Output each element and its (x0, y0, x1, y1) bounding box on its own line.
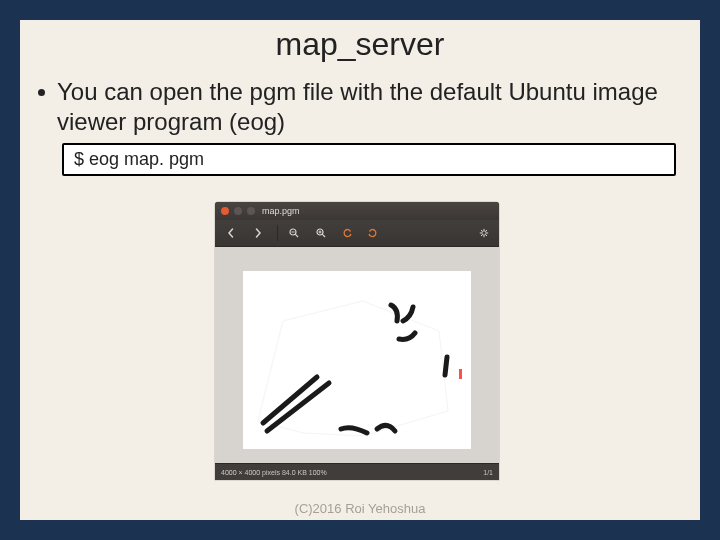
rotate-left-icon (343, 228, 353, 238)
eog-status-left: 4000 × 4000 pixels 84.0 KB 100% (221, 469, 327, 476)
svg-line-13 (486, 235, 487, 236)
eog-rotate-left-button[interactable] (338, 226, 358, 240)
eog-zoom-in-button[interactable] (311, 226, 334, 240)
eog-zoom-out-button[interactable] (284, 226, 307, 240)
map-image (243, 261, 471, 449)
eog-toolbar (215, 220, 499, 247)
chevron-left-icon (226, 228, 236, 238)
svg-line-4 (322, 234, 325, 237)
svg-rect-18 (459, 369, 462, 379)
window-minimize-button[interactable] (234, 207, 242, 215)
toolbar-divider (277, 225, 278, 241)
footer-copyright: (C)2016 Roi Yehoshua (20, 501, 700, 516)
page-title: map_server (20, 26, 700, 63)
eog-prev-button[interactable] (221, 226, 244, 240)
svg-line-14 (481, 235, 482, 236)
zoom-in-icon (316, 228, 326, 238)
eog-rotate-right-button[interactable] (362, 226, 382, 240)
bullet-item: You can open the pgm file with the defau… (20, 77, 700, 137)
window-maximize-button[interactable] (247, 207, 255, 215)
svg-rect-19 (243, 261, 471, 271)
eog-titlebar: map.pgm (215, 202, 499, 220)
eog-status-bar: 4000 × 4000 pixels 84.0 KB 100% 1/1 (215, 463, 499, 480)
command-box: $ eog map. pgm (62, 143, 676, 176)
zoom-out-icon (289, 228, 299, 238)
rotate-right-icon (367, 228, 377, 238)
svg-point-7 (482, 231, 486, 235)
svg-line-1 (295, 234, 298, 237)
eog-settings-button[interactable] (475, 226, 493, 240)
chevron-right-icon (253, 228, 263, 238)
window-close-button[interactable] (221, 207, 229, 215)
eog-canvas (215, 247, 499, 463)
svg-line-15 (486, 230, 487, 231)
bullet-dot-icon (38, 89, 45, 96)
slide: map_server You can open the pgm file wit… (0, 0, 720, 540)
eog-status-right: 1/1 (483, 469, 493, 476)
bullet-text: You can open the pgm file with the defau… (57, 77, 682, 137)
eog-window: map.pgm (215, 202, 499, 480)
gear-icon (479, 228, 489, 238)
eog-next-button[interactable] (248, 226, 271, 240)
svg-line-12 (481, 230, 482, 231)
eog-window-title: map.pgm (262, 206, 300, 216)
